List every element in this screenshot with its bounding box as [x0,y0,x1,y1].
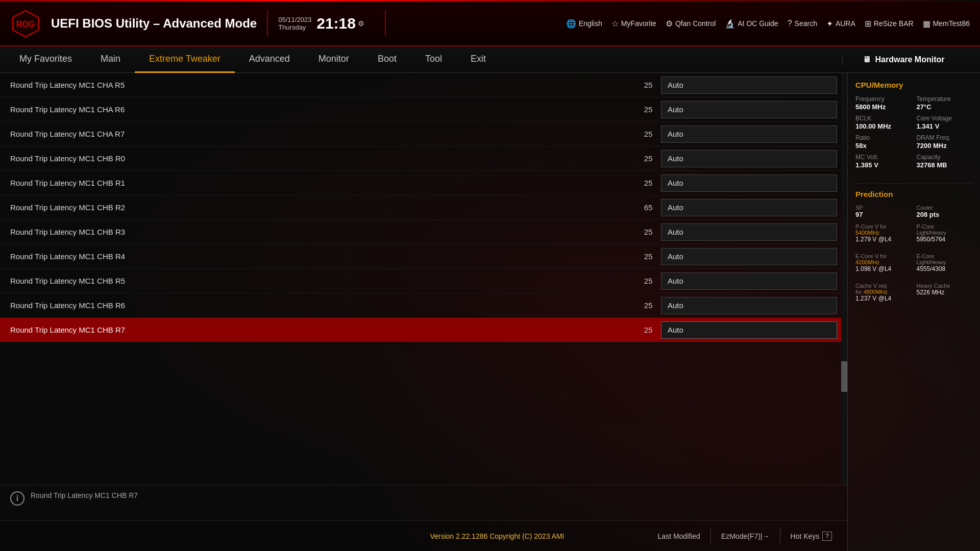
datetime-area: 05/11/2023 Thursday [278,16,311,31]
setting-val-mc1-chb-r3: 25 [635,228,661,236]
header-divider [267,11,268,36]
temp-item: Temperature 27°C [917,95,973,111]
setting-name-mc1-cha-r5: Round Trip Latency MC1 CHA R5 [10,81,635,89]
bios-title: UEFI BIOS Utility – Advanced Mode [51,16,257,31]
monitor-panel-icon: 🖥 [863,55,871,64]
bclk-item: BCLK 100.00 MHz [855,115,912,130]
tool-search[interactable]: ? Search [788,19,817,28]
setting-val-mc1-cha-r7: 25 [635,130,661,138]
nav-tool[interactable]: Tool [411,46,456,73]
cooler-value: 208 pts [917,211,973,218]
tool-english[interactable]: 🌐 English [566,19,602,29]
dropdown-mc1-chb-r5[interactable]: Auto [661,272,837,290]
mc-volt-label: MC Volt. [855,154,912,161]
setting-val-mc1-chb-r7: 25 [635,325,661,334]
row-mc1-chb-r1[interactable]: Round Trip Latency MC1 CHB R1 25 Auto [0,171,847,195]
date-display: 05/11/2023 [278,16,311,23]
tool-qfan[interactable]: ⚙ Qfan Control [666,19,716,29]
dram-freq-value: 7200 MHz [917,142,973,149]
nav-advanced[interactable]: Advanced [235,46,304,73]
tool-resizebar[interactable]: ⊞ ReSize BAR [865,19,914,29]
fan-icon: ⚙ [666,19,673,29]
cache-grid: Cache V reqfor 4800MHz 1.237 V @L4 Heavy… [855,283,972,302]
header-divider-2 [385,11,386,36]
row-mc1-chb-r5[interactable]: Round Trip Latency MC1 CHB R5 25 Auto [0,269,847,293]
sp-value: 97 [855,211,912,218]
cpu-memory-section-title: CPU/Memory [855,81,972,89]
gear-icon[interactable]: ⚙ [358,19,364,28]
dropdown-mc1-chb-r6[interactable]: Auto [661,297,837,314]
dropdown-mc1-chb-r2[interactable]: Auto [661,199,837,216]
setting-name-mc1-chb-r0: Round Trip Latency MC1 CHB R0 [10,154,635,163]
nav-extreme-tweaker[interactable]: Extreme Tweaker [135,46,235,73]
tool-aioc[interactable]: 🔬 AI OC Guide [725,19,778,29]
nav-monitor[interactable]: Monitor [304,46,363,73]
dropdown-mc1-cha-r5[interactable]: Auto [661,77,837,94]
tool-qfan-label: Qfan Control [675,19,716,28]
freq-value: 5800 MHz [855,103,912,111]
setting-name-mc1-chb-r1: Round Trip Latency MC1 CHB R1 [10,179,635,187]
row-mc1-cha-r7[interactable]: Round Trip Latency MC1 CHA R7 25 Auto [0,122,847,146]
last-modified-button[interactable]: Last Modified [658,532,700,540]
dropdown-mc1-cha-r6[interactable]: Auto [661,101,837,118]
heavy-cache-value: 5226 MHz [917,289,973,296]
pcore-lh-value: 5950/5764 [917,236,973,243]
header-tools: 🌐 English ☆ MyFavorite ⚙ Qfan Control 🔬 … [566,19,970,29]
setting-name-mc1-cha-r6: Round Trip Latency MC1 CHA R6 [10,105,635,114]
tool-aura[interactable]: ✦ AURA [826,19,855,29]
bclk-label: BCLK [855,115,912,122]
day-display: Thursday [278,23,311,31]
dropdown-mc1-chb-r1[interactable]: Auto [661,174,837,192]
ez-mode-button[interactable]: EzMode(F7)|→ [721,532,770,540]
row-mc1-cha-r6[interactable]: Round Trip Latency MC1 CHA R6 25 Auto [0,97,847,122]
bclk-value: 100.00 MHz [855,122,912,130]
hot-keys-icon: ? [822,532,832,541]
row-mc1-cha-r5[interactable]: Round Trip Latency MC1 CHA R5 25 Auto [0,73,847,97]
tool-memtest[interactable]: ▦ MemTest86 [923,19,970,29]
ecore-lh-item: E-CoreLight/Heavy 4555/4308 [917,253,973,272]
footer-divider-2 [780,529,780,544]
globe-icon: 🌐 [566,19,576,29]
setting-val-mc1-chb-r5: 25 [635,277,661,285]
dropdown-mc1-cha-r7[interactable]: Auto [661,126,837,143]
pcore-lh-label: P-CoreLight/Heavy [917,223,973,236]
row-mc1-chb-r6[interactable]: Round Trip Latency MC1 CHB R6 25 Auto [0,293,847,318]
ecore-v-item: E-Core V for 4200MHz 1.098 V @L4 [855,253,912,272]
setting-name-mc1-chb-r2: Round Trip Latency MC1 CHB R2 [10,203,635,212]
scrollbar-thumb[interactable] [841,361,847,392]
footer-actions: Last Modified EzMode(F7)|→ Hot Keys ? [658,529,832,544]
setting-name-mc1-chb-r4: Round Trip Latency MC1 CHB R4 [10,252,635,261]
ratio-value: 58x [855,142,912,149]
dropdown-mc1-chb-r7[interactable]: Auto [661,321,837,339]
dropdown-mc1-chb-r3[interactable]: Auto [661,223,837,241]
cache-v-item: Cache V reqfor 4800MHz 1.237 V @L4 [855,283,912,302]
navbar: My Favorites Main Extreme Tweaker Advanc… [0,46,980,73]
row-mc1-chb-r0[interactable]: Round Trip Latency MC1 CHB R0 25 Auto [0,146,847,171]
sp-item: SP 97 [855,205,912,218]
nav-boot[interactable]: Boot [363,46,411,73]
capacity-value: 32768 MB [917,161,973,169]
nav-exit[interactable]: Exit [456,46,500,73]
pcore-v-value: 1.279 V @L4 [855,236,912,243]
nav-my-favorites[interactable]: My Favorites [5,46,86,73]
header: ROG UEFI BIOS Utility – Advanced Mode 05… [0,2,980,46]
tool-myfavorite[interactable]: ☆ MyFavorite [611,19,656,29]
info-icon: i [10,491,24,506]
dram-freq-label: DRAM Freq. [917,134,973,141]
scrollbar[interactable] [841,73,847,485]
freq-label: Frequency [855,95,912,103]
hot-keys-button[interactable]: Hot Keys ? [791,532,832,541]
setting-val-mc1-cha-r6: 25 [635,105,661,114]
time-display: 21:18 [316,16,356,31]
row-mc1-chb-r2[interactable]: Round Trip Latency MC1 CHB R2 65 Auto [0,195,847,220]
nav-main[interactable]: Main [86,46,135,73]
tool-aura-label: AURA [836,19,855,28]
settings-list: Round Trip Latency MC1 CHA R5 25 Auto Ro… [0,73,847,485]
row-mc1-chb-r4[interactable]: Round Trip Latency MC1 CHB R4 25 Auto [0,244,847,269]
setting-val-mc1-chb-r2: 65 [635,203,661,212]
dropdown-mc1-chb-r0[interactable]: Auto [661,150,837,167]
row-mc1-chb-r7[interactable]: Round Trip Latency MC1 CHB R7 25 Auto [0,318,847,342]
row-mc1-chb-r3[interactable]: Round Trip Latency MC1 CHB R3 25 Auto [0,220,847,244]
dropdown-mc1-chb-r4[interactable]: Auto [661,248,837,265]
pcore-grid: P-Core V for 5400MHz 1.279 V @L4 P-CoreL… [855,223,972,243]
